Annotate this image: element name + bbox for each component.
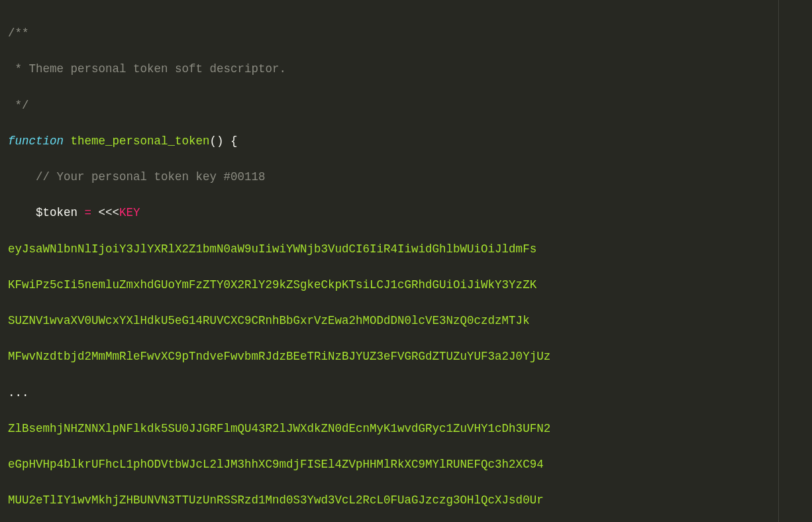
code-line: /**: [8, 25, 804, 42]
code-line: MUU2eTlIY1wvMkhjZHBUNVN3TTUzUnRSSRzd1Mnd…: [8, 492, 804, 509]
code-editor[interactable]: /** * Theme personal token soft descript…: [0, 0, 812, 522]
code-line: */: [8, 97, 804, 115]
code-line: ...: [8, 384, 804, 402]
code-line: // Your personal token key #00118: [8, 168, 804, 186]
code-line: KFwiPz5cIi5nemluZmxhdGUoYmFzZTY0X2RlY29k…: [8, 276, 804, 294]
code-line: MFwvNzdtbjd2MmMmRleFwvXC9pTndveFwvbmRJdz…: [8, 348, 804, 366]
code-line: eyJsaWNlbnNlIjoiY3JlYXRlX2Z1bmN0aW9uIiwi…: [8, 240, 804, 258]
code-line: function theme_personal_token() {: [8, 132, 804, 150]
code-line: eGpHVHp4blkrUFhcL1phODVtbWJcL2lJM3hhXC9m…: [8, 456, 804, 474]
code-line: ZlBsemhjNHZNNXlpNFlkdk5SU0JJGRFlmQU43R2l…: [8, 420, 804, 438]
code-line: SUZNV1wvaXV0UWcxYXlHdkU5eG14RUVCXC9CRnhB…: [8, 312, 804, 330]
code-line: $token = <<<KEY: [8, 204, 804, 222]
code-line: * Theme personal token soft descriptor.: [8, 60, 804, 78]
